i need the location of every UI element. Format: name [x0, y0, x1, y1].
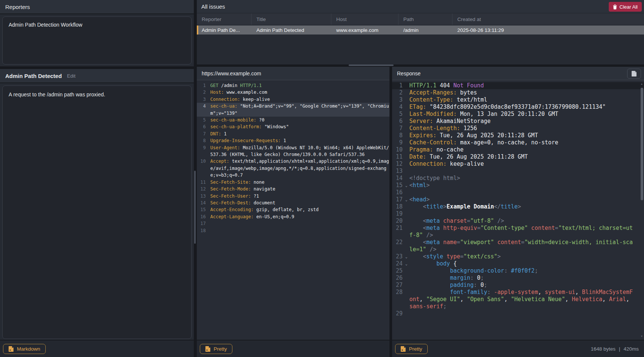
request-editor[interactable]: 1GET /admin HTTP/1.12Host: www.example.c…: [197, 80, 389, 340]
code-line[interactable]: 14Sec-Fetch-Dest: document: [197, 200, 389, 206]
request-pretty-button[interactable]: Pretty: [200, 344, 232, 354]
code-line[interactable]: 11Date: Tue, 26 Aug 2025 20:11:28 GMT: [392, 153, 644, 160]
code-line[interactable]: 9User-Agent: Mozilla/5.0 (Windows NT 10.…: [197, 144, 389, 158]
line-number: 29: [392, 310, 403, 317]
scrollbar-thumb[interactable]: [641, 88, 643, 200]
markdown-toggle-button[interactable]: Markdown: [3, 344, 46, 354]
code-line[interactable]: 19: [392, 210, 644, 218]
line-number: 6: [392, 118, 403, 125]
scroll-down-icon[interactable]: ▼: [640, 335, 644, 338]
code-line[interactable]: 16Accept-Language: en-US,en;q=0.9: [197, 213, 389, 220]
line-number: 14: [392, 175, 403, 182]
clear-all-button[interactable]: Clear All: [609, 2, 642, 12]
code-line[interactable]: 3Content-Type: text/html: [392, 96, 644, 104]
document-icon: [632, 71, 637, 76]
column-header-path[interactable]: Path: [398, 14, 452, 25]
note-panel-header: Admin Path Detected Edit: [0, 69, 194, 83]
horizontal-resize-handle[interactable]: [349, 64, 394, 66]
code-line[interactable]: 20 <meta charset="utf-8" />: [392, 218, 644, 225]
note-content-box[interactable]: A request to the /admin path was proxied…: [2, 86, 192, 339]
code-line[interactable]: 25 background-color: #f0f0f2;: [392, 267, 644, 274]
code-line[interactable]: 22 <meta name="viewport" content="width=…: [392, 239, 644, 253]
code-content: <meta name="viewport" content="width=dev…: [409, 239, 633, 253]
response-pretty-button[interactable]: Pretty: [395, 344, 428, 354]
issue-row-selected[interactable]: Admin Path De...Admin Path Detectedwww.e…: [197, 26, 644, 34]
code-line[interactable]: 5Last-Modified: Mon, 13 Jan 2025 20:11:2…: [392, 111, 644, 118]
fold-chevron-icon[interactable]: ⌄: [403, 253, 409, 260]
code-line[interactable]: 2Accept-Ranges: bytes: [392, 89, 644, 96]
code-line[interactable]: 6Server: AkamaiNetStorage: [392, 118, 644, 125]
code-line[interactable]: 4ETag: "84238dfc8092e5d9c0dac8ef93371a07…: [392, 104, 644, 111]
column-header-reporter[interactable]: Reporter: [197, 14, 252, 25]
line-number: 7: [197, 130, 206, 137]
code-line[interactable]: 17⌄<head>: [392, 196, 644, 203]
reporters-title: Reporters: [5, 4, 30, 10]
code-line[interactable]: 16: [392, 189, 644, 196]
clear-all-label: Clear All: [620, 4, 638, 10]
line-number: 12: [392, 160, 403, 168]
code-content: Content-Type: text/html: [409, 96, 633, 104]
code-line[interactable]: 9Cache-Control: max-age=0, no-cache, no-…: [392, 139, 644, 146]
fold-chevron-icon[interactable]: ⌄: [403, 260, 409, 267]
code-line[interactable]: 21 <meta http-equiv="Content-type" conte…: [392, 225, 644, 239]
line-number: 25: [392, 267, 403, 274]
code-line[interactable]: 4sec-ch-ua: "Not;A=Brand";v="99", "Googl…: [197, 103, 389, 117]
scroll-up-icon[interactable]: ▲: [640, 82, 644, 85]
reporter-item[interactable]: Admin Path Detection Workflow: [3, 17, 191, 33]
code-line[interactable]: 14<!doctype html>: [392, 175, 644, 182]
code-line[interactable]: 3Connection: keep-alive: [197, 96, 389, 103]
code-line[interactable]: 24⌄ body {: [392, 260, 644, 267]
response-title: Response: [397, 70, 421, 76]
code-line[interactable]: 13Sec-Fetch-User: ?1: [197, 193, 389, 200]
response-scrollbar[interactable]: ▲ ▼: [640, 82, 644, 338]
code-line[interactable]: 18: [197, 227, 389, 234]
column-header-host[interactable]: Host: [331, 14, 398, 25]
code-content: Connection: keep-alive: [409, 160, 633, 168]
code-line[interactable]: 1GET /admin HTTP/1.1: [197, 82, 389, 89]
code-line[interactable]: 15Accept-Encoding: gzip, deflate, br, zs…: [197, 206, 389, 213]
code-line[interactable]: 26 margin: 0;: [392, 274, 644, 282]
code-line[interactable]: 18 <title>Example Domain</title>: [392, 203, 644, 210]
column-header-title[interactable]: Title: [252, 14, 331, 25]
issue-cell-title: Admin Path Detected: [252, 26, 331, 34]
code-line[interactable]: 5sec-ch-ua-mobile: ?0: [197, 117, 389, 123]
code-line[interactable]: 2Host: www.example.com: [197, 89, 389, 96]
response-editor[interactable]: 1HTTP/1.1 404 Not Found2Accept-Ranges: b…: [392, 80, 644, 340]
code-line[interactable]: 11Sec-Fetch-Site: none: [197, 179, 389, 186]
code-line[interactable]: 7DNT: 1: [197, 130, 389, 137]
fold-chevron-icon[interactable]: ⌄: [403, 182, 409, 189]
issues-title: All issues: [201, 3, 225, 10]
code-line[interactable]: 15⌄<html>: [392, 182, 644, 189]
line-number: 8: [392, 132, 403, 139]
code-content: Date: Tue, 26 Aug 2025 20:11:28 GMT: [409, 153, 633, 160]
code-line[interactable]: 10Accept: text/html,application/xhtml+xm…: [197, 158, 389, 178]
note-edit-link[interactable]: Edit: [67, 73, 75, 79]
code-line[interactable]: 12Connection: keep-alive: [392, 160, 644, 168]
code-line[interactable]: 12Sec-Fetch-Mode: navigate: [197, 186, 389, 192]
markdown-button-label: Markdown: [17, 346, 40, 352]
code-content: <meta charset="utf-8" />: [409, 218, 633, 225]
column-header-created-at[interactable]: Created at: [452, 14, 644, 25]
vertical-resize-handle[interactable]: [194, 171, 196, 244]
copy-response-button[interactable]: [627, 69, 641, 79]
code-line[interactable]: 8Expires: Tue, 26 Aug 2025 20:11:28 GMT: [392, 132, 644, 139]
code-content: margin: 0;: [409, 274, 633, 282]
code-line[interactable]: 13: [392, 168, 644, 175]
code-line[interactable]: 8Upgrade-Insecure-Requests: 1: [197, 137, 389, 144]
fold-chevron-icon[interactable]: ⌄: [403, 196, 409, 203]
code-content: <!doctype html>: [409, 175, 633, 182]
code-line[interactable]: 28 font-family: -apple-system, system-ui…: [392, 289, 644, 310]
line-number: 11: [392, 153, 403, 160]
code-line[interactable]: 7Content-Length: 1256: [392, 125, 644, 132]
code-line[interactable]: 1HTTP/1.1 404 Not Found: [392, 82, 644, 89]
line-number: 19: [392, 210, 403, 218]
note-title: Admin Path Detected: [5, 73, 62, 79]
markdown-file-icon: [9, 346, 13, 352]
code-line[interactable]: 6sec-ch-ua-platform: "Windows": [197, 123, 389, 130]
code-line[interactable]: 27 padding: 0;: [392, 282, 644, 289]
code-line[interactable]: 29: [392, 310, 644, 317]
code-line[interactable]: 23⌄ <style type="text/css">: [392, 253, 644, 260]
code-line[interactable]: 10Pragma: no-cache: [392, 146, 644, 153]
line-number: 13: [392, 168, 403, 175]
code-line[interactable]: 17: [197, 220, 389, 227]
